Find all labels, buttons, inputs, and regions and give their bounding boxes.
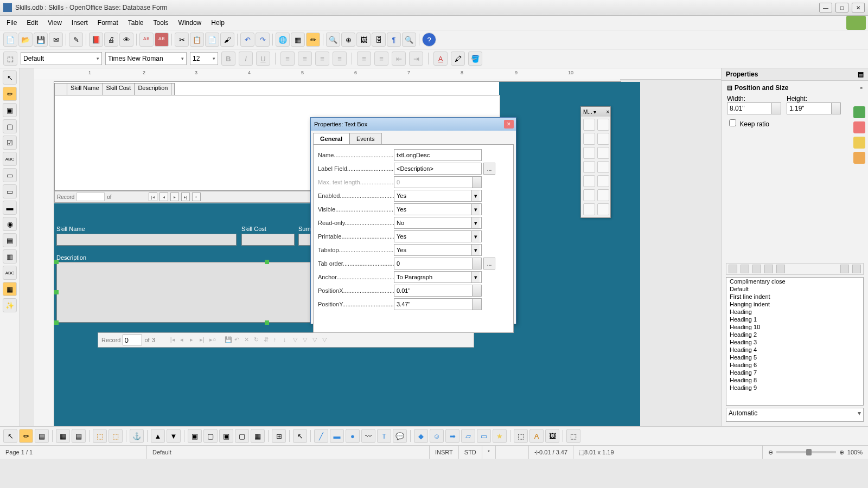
text-icon[interactable]: ABC [3, 152, 17, 166]
align-right-icon[interactable]: ≡ [315, 52, 329, 66]
fontwork-icon[interactable]: A [529, 429, 544, 443]
group-icon[interactable]: ▣ [188, 429, 202, 443]
flowchart-icon[interactable]: ▱ [461, 429, 475, 443]
palette-spin-icon[interactable] [583, 119, 595, 131]
anchor-icon[interactable]: ⚓ [130, 429, 144, 443]
zoom-icon[interactable]: 🔍 [402, 33, 416, 47]
size-combo[interactable]: 12 [190, 52, 218, 65]
first-record-icon[interactable]: |◂ [149, 192, 157, 201]
palette-image-icon[interactable] [583, 133, 595, 145]
nav-first-icon[interactable]: |◂ [170, 336, 178, 344]
mail-icon[interactable]: ✉ [49, 33, 63, 47]
nav-prev-icon[interactable]: ◂ [180, 336, 188, 344]
form-nav-icon[interactable]: ▤ [35, 429, 49, 443]
sidebar-gallery-icon[interactable] [853, 137, 865, 149]
text-tool-icon[interactable]: T [377, 429, 391, 443]
style-item[interactable]: Hanging indent [726, 300, 863, 308]
list-num-icon[interactable]: ≡ [357, 52, 371, 66]
nav-sortdesc-icon[interactable]: ↓ [283, 336, 291, 344]
style-item[interactable]: Heading 1 [726, 316, 863, 323]
formatted-icon[interactable]: ▭ [3, 184, 17, 198]
style-item[interactable]: Heading 7 [726, 369, 863, 376]
nav-refresh-icon[interactable]: ↻ [254, 336, 261, 344]
position-icon[interactable]: ⬚ [108, 429, 123, 443]
gallery-icon[interactable]: 🖼 [356, 33, 371, 47]
indent-inc-icon[interactable]: ⇥ [409, 52, 423, 66]
navigator-icon[interactable]: ⊕ [341, 33, 355, 47]
width-input[interactable]: 8.01" [727, 102, 781, 114]
label-icon[interactable]: ABC [3, 266, 17, 280]
style-item[interactable]: Default [726, 285, 863, 293]
select-icon[interactable]: ↖ [3, 70, 17, 85]
draw-icon[interactable]: ✏ [306, 33, 320, 47]
style-combo[interactable]: Default [21, 52, 102, 65]
symbol-shapes-icon[interactable]: ☺ [430, 429, 444, 443]
fill-format-icon[interactable] [840, 265, 849, 273]
line-icon[interactable]: ╱ [314, 429, 328, 443]
ungroup-icon[interactable]: ▢ [203, 429, 218, 443]
new-doc-icon[interactable]: 📄 [3, 33, 17, 47]
add-field-icon[interactable]: ▦ [56, 429, 70, 443]
palette-time-icon[interactable] [597, 147, 609, 159]
col-skillcost[interactable]: Skill Cost [103, 84, 135, 95]
style-item[interactable]: Heading [726, 308, 863, 316]
prev-record-icon[interactable]: ◂ [159, 192, 168, 201]
prop-name[interactable]: txtLongDesc [394, 149, 482, 161]
option-icon[interactable]: ◉ [3, 217, 17, 231]
ellipse-icon[interactable]: ● [346, 429, 360, 443]
style-filter-combo[interactable]: Automatic [726, 408, 864, 422]
design2-icon[interactable]: ✏ [19, 429, 33, 443]
new-style-icon[interactable] [852, 265, 861, 273]
menu-view[interactable]: View [43, 17, 66, 28]
prop-positionx[interactable]: 0.01" [394, 285, 482, 297]
status-std[interactable]: STD [459, 446, 482, 459]
nav-next-icon[interactable]: ▸ [190, 336, 197, 344]
rect-icon[interactable]: ▬ [330, 429, 344, 443]
enter-group-icon[interactable]: ▣ [219, 429, 233, 443]
menu-tools[interactable]: Tools [149, 17, 173, 28]
callouts-icon[interactable]: ▭ [477, 429, 491, 443]
style-item[interactable]: First line indent [726, 293, 863, 300]
menu-window[interactable]: Window [174, 17, 206, 28]
style-item[interactable]: Heading 6 [726, 361, 863, 369]
zoom-value[interactable]: 100% [847, 449, 863, 455]
table-icon[interactable]: ▦ [291, 33, 305, 47]
open-icon[interactable]: 📂 [18, 33, 33, 47]
new-record-icon[interactable]: ▫ [192, 192, 201, 201]
basic-shapes-icon[interactable]: ◆ [414, 429, 428, 443]
activation-icon[interactable]: ⬚ [93, 429, 107, 443]
font-color-icon[interactable]: A [433, 52, 448, 66]
nav-sort-icon[interactable]: ⇵ [264, 336, 271, 344]
align-justify-icon[interactable]: ≡ [333, 52, 347, 66]
section-more-icon[interactable]: ▫ [860, 84, 863, 92]
palette-currency-icon[interactable] [583, 175, 595, 187]
sidebar-properties-icon[interactable] [853, 106, 865, 118]
expand-icon[interactable]: ⊟ [727, 84, 732, 92]
align-icon[interactable]: ▦ [251, 429, 265, 443]
minimize-button[interactable]: — [819, 3, 832, 12]
menu-table[interactable]: Table [124, 17, 148, 28]
dialog-close-icon[interactable]: ✕ [504, 120, 514, 129]
send-back-icon[interactable]: ▼ [167, 429, 181, 443]
freeform-icon[interactable]: 〰 [361, 429, 375, 443]
next-record-icon[interactable]: ▸ [170, 192, 179, 201]
dialog-titlebar[interactable]: Properties: Text Box ✕ [311, 118, 516, 131]
style-list[interactable]: Complimentary closeDefaultFirst line ind… [726, 277, 864, 406]
page-styles-icon[interactable] [764, 265, 773, 273]
nav-save-icon[interactable]: 💾 [225, 336, 232, 344]
prop-readonly[interactable]: No [394, 217, 482, 229]
palette-imagectrl-icon[interactable] [597, 133, 609, 145]
prop-tabstop[interactable]: Yes [394, 244, 482, 256]
paste-icon[interactable]: 📄 [205, 33, 219, 47]
keep-ratio-checkbox[interactable] [729, 119, 736, 126]
highlight-icon[interactable]: 🖍 [451, 52, 465, 66]
sidebar-navigator-icon[interactable] [853, 152, 865, 164]
palette-group-icon[interactable] [583, 189, 595, 201]
palette-nav-icon[interactable] [583, 203, 595, 215]
last-record-icon[interactable]: ▸| [181, 192, 190, 201]
underline-icon[interactable]: U [256, 52, 270, 66]
menu-edit[interactable]: Edit [22, 17, 42, 28]
hyperlink-icon[interactable]: 🌐 [276, 33, 290, 47]
wizard-icon[interactable]: ✨ [3, 298, 17, 312]
input-skillcost[interactable] [241, 234, 295, 246]
